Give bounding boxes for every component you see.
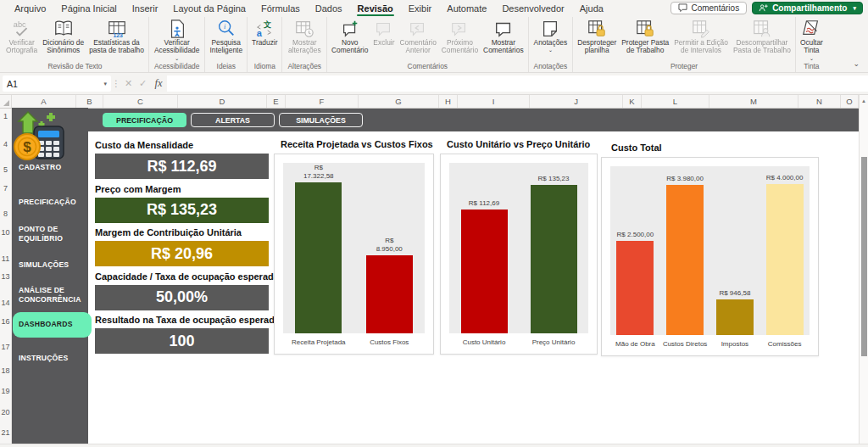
column-header-E[interactable]: E xyxy=(267,95,286,108)
scroll-up-arrow-icon[interactable]: ▲ xyxy=(860,95,868,106)
ribbon-button-proximo-comentario: Próximo Comentário xyxy=(439,17,481,62)
ribbon-group-acessibilidade: Verificar Acessibilidade⌄Acessibilidade xyxy=(148,17,205,72)
row-header-11[interactable]: 11 xyxy=(0,254,11,263)
menu-tab-exibir[interactable]: Exibir xyxy=(401,0,440,16)
vertical-scrollbar[interactable]: ▲ xyxy=(859,95,868,447)
name-box[interactable]: A1 ▾ xyxy=(3,75,111,92)
column-header-J[interactable]: J xyxy=(530,95,623,108)
smart-lookup-icon: i xyxy=(216,19,236,39)
chart-bar-group-mao-de-obra: R$ 2.500,00 xyxy=(610,166,660,335)
sidebar-item-instrucoes[interactable]: INSTRUÇÕES xyxy=(19,354,85,363)
category-label-preco-unitario: Preço Unitário xyxy=(519,338,588,346)
vertical-scrollbar-thumb[interactable] xyxy=(861,157,867,356)
view-tab-simulacoes[interactable]: SIMULAÇÕES xyxy=(279,113,363,127)
menu-tab-desenvolvedor[interactable]: Desenvolvedor xyxy=(494,0,571,16)
menu-tab-revisao[interactable]: Revisão xyxy=(350,0,401,16)
row-header-13[interactable]: 13 xyxy=(0,272,11,281)
sidebar-item-analise-de-concorrencia[interactable]: ANÁLISE DE CONCORRÊNCIA xyxy=(19,286,85,305)
row-header-4[interactable]: 4 xyxy=(0,140,11,148)
comments-button[interactable]: Comentários xyxy=(670,2,747,14)
ribbon-button-pesquisa-inteligente[interactable]: iPesquisa Inteligente xyxy=(207,17,245,62)
ribbon-button-label: Anotações xyxy=(534,39,568,47)
horizontal-scrollbar[interactable] xyxy=(0,444,868,447)
column-header-I[interactable]: I xyxy=(458,95,530,108)
column-header-D[interactable]: D xyxy=(178,95,267,108)
ribbon-button-label: Permitir a Edição de Intervalos xyxy=(674,39,728,55)
column-header-N[interactable]: N xyxy=(798,95,841,108)
menu-tab-inserir[interactable]: Inserir xyxy=(125,0,166,16)
view-tab-precificacao[interactable]: PRECIFICAÇÃO xyxy=(103,113,186,127)
menu-tab-dados[interactable]: Dados xyxy=(308,0,350,16)
row-header-21[interactable]: 21 xyxy=(0,428,11,437)
ribbon-button-verificar-acessibilidade[interactable]: Verificar Acessibilidade⌄ xyxy=(152,17,203,62)
ribbon-button-excluir: Excluir xyxy=(370,17,397,62)
view-tab-alertas[interactable]: ALERTAS xyxy=(191,113,275,127)
menu-tab-arquivo[interactable]: Arquivo xyxy=(7,0,53,16)
formula-input[interactable] xyxy=(167,75,868,92)
menu-tab-layout-da-pagina[interactable]: Layout da Página xyxy=(165,0,253,16)
sidebar-item-cadastro[interactable]: CADASTRO xyxy=(19,163,85,172)
ribbon-button-label: Novo Comentário xyxy=(331,39,368,55)
ribbon-button-traduzir[interactable]: 文aTraduzir xyxy=(249,17,280,62)
ribbon-button-dicionario-de-sinonimos[interactable]: Dicionário de Sinônimos xyxy=(40,17,86,62)
hide-ink-icon xyxy=(801,19,821,39)
row-header-19[interactable]: 19 xyxy=(0,387,11,395)
data-label: R$ 135,23 xyxy=(538,175,570,183)
ribbon-button-label: Desproteger planilha xyxy=(577,39,616,55)
column-header-O[interactable]: O xyxy=(841,95,859,108)
select-all-corner[interactable] xyxy=(0,95,12,108)
svg-text:a: a xyxy=(257,28,263,38)
row-header-8[interactable]: 8 xyxy=(0,210,11,218)
ribbon-button-ocultar-tinta[interactable]: Ocultar Tinta⌄ xyxy=(798,17,826,62)
ribbon-button-desproteger-planilha[interactable]: Desproteger planilha xyxy=(575,17,619,62)
chevron-down-icon: ⌄ xyxy=(810,56,814,62)
row-header-5[interactable]: 5 xyxy=(0,165,11,174)
column-header-C[interactable]: C xyxy=(103,95,178,108)
menu-tab-automate[interactable]: Automate xyxy=(439,0,494,16)
ribbon-group-label-ideias: Ideias xyxy=(207,62,245,72)
ribbon-button-anotacoes[interactable]: Anotações⌄ xyxy=(531,17,570,62)
chart-bar-group-preco-unitario: R$ 135,23 xyxy=(519,163,588,333)
column-header-G[interactable]: G xyxy=(359,95,439,108)
column-header-B[interactable]: B xyxy=(76,95,103,108)
column-header-F[interactable]: F xyxy=(286,95,359,108)
ribbon-button-label: Proteger Pasta de Trabalho xyxy=(621,39,669,55)
sidebar-item-dashboards[interactable]: DASHBOARDS xyxy=(13,312,92,338)
kpi-card-capacidade-taxa-de-ocupacao-esperada: Capacidade / Taxa de ocupação esperada50… xyxy=(95,271,269,316)
ribbon-button-proteger-pasta-de-trabalho[interactable]: Proteger Pasta de Trabalho xyxy=(619,17,671,62)
ribbon-group-comentarios: Novo ComentárioExcluirComentário Anterio… xyxy=(326,17,528,72)
row-header-1[interactable]: 1 xyxy=(0,112,11,120)
kpi-label: Capacidade / Taxa de ocupação esperada xyxy=(95,271,269,283)
row-header-16[interactable]: 16 xyxy=(0,317,11,326)
ribbon-collapse-chevron[interactable]: ⌄ xyxy=(853,59,860,68)
spellcheck-icon: abc xyxy=(12,19,32,39)
ribbon-button-novo-comentario[interactable]: Novo Comentário xyxy=(329,17,370,62)
menu-tab-pagina-inicial[interactable]: Página Inicial xyxy=(53,0,124,16)
data-label: R$ 2.500,00 xyxy=(617,231,654,239)
chart-bar-mao-de-obra xyxy=(616,241,654,335)
share-button[interactable]: Compartilhamento ▾ xyxy=(752,2,863,14)
ribbon-button-label: Dicionário de Sinônimos xyxy=(42,39,84,55)
ribbon-button-mostrar-comentarios[interactable]: Mostrar Comentários xyxy=(481,17,526,62)
row-header-10[interactable]: 10 xyxy=(0,228,11,237)
column-header-H[interactable]: H xyxy=(439,95,458,108)
column-header-K[interactable]: K xyxy=(623,95,642,108)
sidebar-item-simulacoes[interactable]: SIMULAÇÕES xyxy=(19,260,85,270)
menu-tab-formulas[interactable]: Fórmulas xyxy=(253,0,308,16)
row-header-17[interactable]: 17 xyxy=(0,343,11,351)
ribbon-button-estatisticas-da-pasta-de-trabalho[interactable]: 123Estatísticas da pasta de trabalho xyxy=(86,17,147,62)
column-header-L[interactable]: L xyxy=(642,95,709,108)
category-label-receita-projetada: Receita Projetada xyxy=(283,338,354,346)
row-header-18[interactable]: 18 xyxy=(0,366,11,375)
sidebar-item-ponto-de-equilibrio[interactable]: PONTO DE EQUILÍBRIO xyxy=(19,225,85,243)
ribbon-button-label: Verificar Ortografia xyxy=(6,39,37,55)
data-label: R$ 946,58 xyxy=(719,289,750,298)
sidebar-item-precificacao[interactable]: PRECIFICAÇÃO xyxy=(19,198,85,207)
menu-tab-ajuda[interactable]: Ajuda xyxy=(572,0,611,16)
column-header-M[interactable]: M xyxy=(709,95,798,108)
row-header-7[interactable]: 7 xyxy=(0,184,11,193)
column-header-A[interactable]: A xyxy=(12,95,76,108)
row-header-20[interactable]: 20 xyxy=(0,408,11,416)
insert-function-icon[interactable]: fx xyxy=(150,77,167,90)
row-header-14[interactable]: 14 xyxy=(0,299,11,307)
